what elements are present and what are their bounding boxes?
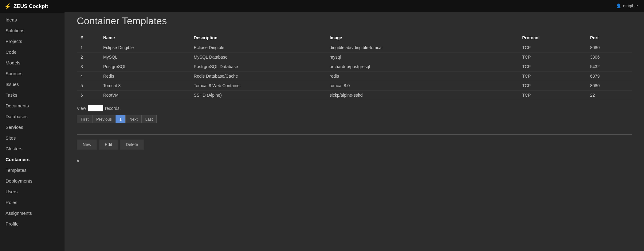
- app-header: ⚡ ZEUS Cockpit: [0, 0, 65, 13]
- cell-protocol: TCP: [518, 52, 586, 62]
- col-header-image: Image: [326, 33, 519, 43]
- table-row[interactable]: 5 Tomcat 8 Tomcat 8 Web Container tomcat…: [77, 81, 632, 91]
- view-label: View: [77, 106, 86, 111]
- main-content: Container Templates # Name Description I…: [65, 0, 644, 251]
- sidebar-item-models[interactable]: Models: [0, 57, 65, 68]
- cell-description: SSHD (Alpine): [190, 91, 326, 100]
- cell-description: Tomcat 8 Web Container: [190, 81, 326, 91]
- sidebar-item-solutions[interactable]: Solutions: [0, 25, 65, 36]
- cell-protocol: TCP: [518, 81, 586, 91]
- page-btn-previous[interactable]: Previous: [92, 115, 116, 123]
- cell-port: 22: [587, 91, 632, 100]
- cell-protocol: TCP: [518, 62, 586, 71]
- page-header: Container Templates: [77, 15, 632, 27]
- edit-button[interactable]: Edit: [99, 140, 118, 149]
- col-header-num: #: [77, 33, 100, 43]
- cell-protocol: TCP: [518, 71, 586, 81]
- new-button[interactable]: New: [77, 140, 97, 149]
- sidebar-item-code[interactable]: Code: [0, 47, 65, 57]
- records-per-page-input[interactable]: [88, 105, 103, 111]
- cell-name: RootVM: [100, 91, 190, 100]
- sidebar-item-templates[interactable]: Templates: [0, 165, 65, 176]
- page-btn-last[interactable]: Last: [141, 115, 157, 123]
- cell-port: 3306: [587, 52, 632, 62]
- sidebar-item-assignments[interactable]: Assignments: [0, 208, 65, 218]
- bottom-section: #: [77, 158, 632, 164]
- sidebar-item-sites[interactable]: Sites: [0, 133, 65, 143]
- table-row[interactable]: 4 Redis Redis Database/Cache redis TCP 6…: [77, 71, 632, 81]
- cell-description: Eclipse Dirigible: [190, 43, 326, 52]
- table-row[interactable]: 2 MySQL MySQL Database mysql TCP 3306: [77, 52, 632, 62]
- table-header-row: # Name Description Image Protocol Port: [77, 33, 632, 43]
- sidebar-item-documents[interactable]: Documents: [0, 100, 65, 111]
- sidebar-item-services[interactable]: Services: [0, 122, 65, 133]
- col-header-description: Description: [190, 33, 326, 43]
- records-label: records.: [105, 106, 121, 111]
- cell-num: 1: [77, 43, 100, 52]
- col-header-port: Port: [587, 33, 632, 43]
- sidebar-item-users[interactable]: Users: [0, 186, 65, 197]
- sidebar-item-sources[interactable]: Sources: [0, 68, 65, 79]
- sidebar-item-tasks[interactable]: Tasks: [0, 90, 65, 100]
- page-btn-first[interactable]: First: [77, 115, 92, 123]
- topbar: dirigible: [65, 0, 644, 12]
- cell-port: 8080: [587, 81, 632, 91]
- table-row[interactable]: 1 Eclipse Dirigible Eclipse Dirigible di…: [77, 43, 632, 52]
- cell-name: Tomcat 8: [100, 81, 190, 91]
- cell-image: orchardup/postgresql: [326, 62, 519, 71]
- sidebar-item-ideas[interactable]: Ideas: [0, 14, 65, 25]
- divider: [77, 134, 632, 135]
- page-title: Container Templates: [77, 15, 632, 27]
- cell-num: 4: [77, 71, 100, 81]
- app-title: ZEUS Cockpit: [14, 3, 48, 10]
- bottom-hash: #: [77, 158, 79, 163]
- sidebar-item-profile[interactable]: Profile: [0, 218, 65, 229]
- cell-num: 2: [77, 52, 100, 62]
- cell-image: sickp/alpine-sshd: [326, 91, 519, 100]
- table-header: # Name Description Image Protocol Port: [77, 33, 632, 43]
- cell-protocol: TCP: [518, 91, 586, 100]
- cell-image: tomcat:8.0: [326, 81, 519, 91]
- col-header-name: Name: [100, 33, 190, 43]
- pagination-bar: FirstPrevious1NextLast: [77, 115, 632, 123]
- cell-protocol: TCP: [518, 43, 586, 52]
- cell-image: redis: [326, 71, 519, 81]
- cell-name: Redis: [100, 71, 190, 81]
- bolt-icon: ⚡: [4, 3, 11, 10]
- cell-num: 6: [77, 91, 100, 100]
- page-btn-next[interactable]: Next: [125, 115, 141, 123]
- sidebar-item-deployments[interactable]: Deployments: [0, 176, 65, 186]
- cell-description: MySQL Database: [190, 52, 326, 62]
- cell-num: 3: [77, 62, 100, 71]
- cell-port: 6379: [587, 71, 632, 81]
- cell-name: Eclipse Dirigible: [100, 43, 190, 52]
- user-icon: [616, 3, 621, 8]
- cell-port: 8080: [587, 43, 632, 52]
- table-row[interactable]: 3 PostgreSQL PostrgreSQL Database orchar…: [77, 62, 632, 71]
- container-templates-table: # Name Description Image Protocol Port 1…: [77, 33, 632, 100]
- cell-num: 5: [77, 81, 100, 91]
- action-buttons: New Edit Delete: [77, 140, 632, 149]
- sidebar-item-clusters[interactable]: Clusters: [0, 143, 65, 154]
- sidebar-item-roles[interactable]: Roles: [0, 197, 65, 208]
- cell-description: Redis Database/Cache: [190, 71, 326, 81]
- username-label: dirigible: [623, 3, 638, 8]
- sidebar-item-containers[interactable]: Containers: [0, 154, 65, 165]
- cell-image: mysql: [326, 52, 519, 62]
- delete-button[interactable]: Delete: [120, 140, 144, 149]
- user-menu[interactable]: dirigible: [616, 3, 638, 8]
- cell-name: MySQL: [100, 52, 190, 62]
- view-records-row: View records.: [77, 105, 632, 111]
- sidebar: ⚡ ZEUS Cockpit IdeasSolutionsProjectsCod…: [0, 0, 65, 251]
- sidebar-item-projects[interactable]: Projects: [0, 36, 65, 47]
- sidebar-item-issues[interactable]: Issues: [0, 79, 65, 90]
- page-btn-1[interactable]: 1: [116, 115, 125, 123]
- col-header-protocol: Protocol: [518, 33, 586, 43]
- cell-description: PostrgreSQL Database: [190, 62, 326, 71]
- sidebar-nav: IdeasSolutionsProjectsCodeModelsSourcesI…: [0, 13, 65, 230]
- table-body: 1 Eclipse Dirigible Eclipse Dirigible di…: [77, 43, 632, 100]
- cell-image: dirigiblelabs/dirigible-tomcat: [326, 43, 519, 52]
- sidebar-item-databases[interactable]: Databases: [0, 111, 65, 122]
- cell-port: 5432: [587, 62, 632, 71]
- table-row[interactable]: 6 RootVM SSHD (Alpine) sickp/alpine-sshd…: [77, 91, 632, 100]
